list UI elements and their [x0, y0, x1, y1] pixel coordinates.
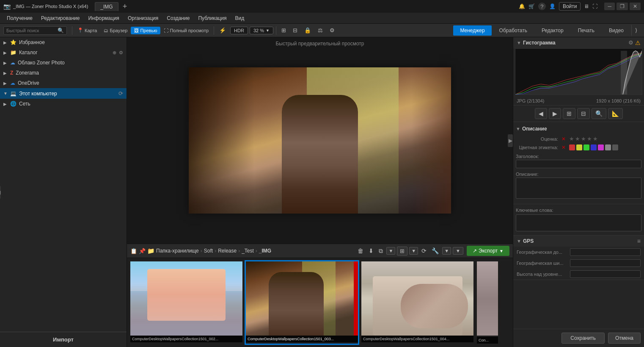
thumbnail-1[interactable]: ComputerDesktopWallpapersCollection1501_…	[130, 261, 242, 344]
menu-organize[interactable]: Организация	[124, 14, 162, 23]
cart-icon[interactable]: 🛒	[528, 3, 535, 9]
sidebar-item-network[interactable]: ▶ 🌐 Сеть	[0, 99, 127, 109]
tab-print[interactable]: Печать	[571, 25, 601, 36]
thumbnail-2[interactable]: ComputerDesktopWallpapersCollection1501_…	[246, 261, 358, 344]
gps-header[interactable]: ▼ GPS ≡	[513, 236, 644, 247]
toolbar-resize-1[interactable]: ⊞	[278, 26, 289, 35]
menu-info[interactable]: Информация	[84, 14, 123, 23]
nav-icon-5[interactable]: 🔍	[592, 108, 606, 119]
zoom-control[interactable]: 32 % ▼	[250, 27, 273, 34]
nav-next-button[interactable]: ▶	[549, 108, 561, 119]
search-input[interactable]	[6, 28, 58, 33]
menu-view[interactable]: Вид	[231, 14, 248, 23]
gps-menu-icon[interactable]: ≡	[637, 238, 641, 244]
description-header[interactable]: ▼ Описание	[516, 125, 641, 134]
collapse-right-panel[interactable]: ▶	[508, 134, 513, 147]
menu-edit[interactable]: Редактирование	[37, 14, 84, 23]
tab-editor[interactable]: Редактор	[535, 25, 570, 36]
title-input[interactable]	[516, 160, 641, 168]
save-button[interactable]: Сохранить	[561, 333, 605, 344]
import-button[interactable]: Импорт	[0, 332, 127, 347]
breadcrumb-item-1[interactable]: Папка-хранилище	[156, 248, 199, 254]
menu-create[interactable]: Создание	[162, 14, 194, 23]
last-icon-btn[interactable]: ⟩	[631, 25, 641, 36]
keywords-input[interactable]	[516, 214, 641, 231]
menu-get[interactable]: Получение	[3, 14, 37, 23]
fullview-button[interactable]: ⛶ Полный просмотр	[160, 27, 212, 34]
restore-button[interactable]: ❐	[616, 3, 628, 10]
histogram-header[interactable]: ▼ Гистограмма ⚙ ⚠	[513, 37, 644, 48]
nav-icon-6[interactable]: 📐	[608, 108, 623, 119]
star-3[interactable]: ★	[581, 136, 586, 142]
sidebar-collapse-left[interactable]: ◀	[0, 186, 1, 199]
toolbar-compare-icon[interactable]: ⚖	[314, 26, 326, 35]
export-button[interactable]: ↗ Экспорт ▼	[467, 246, 509, 256]
nav-icon-4[interactable]: ⊟	[577, 108, 590, 119]
monitor-icon[interactable]: 🖥	[584, 3, 589, 9]
description-input[interactable]	[516, 178, 641, 199]
toolbar-lock-icon[interactable]: 🔒	[301, 26, 314, 35]
star-2[interactable]: ★	[575, 136, 580, 142]
breadcrumb-icon-1[interactable]: 📋	[130, 248, 137, 254]
tab-manager[interactable]: Менеджер	[453, 25, 491, 36]
thumbnail-4[interactable]: Con...	[477, 261, 498, 344]
nav-prev-button[interactable]: ◀	[535, 108, 547, 119]
close-button[interactable]: ✕	[630, 3, 641, 10]
more-options[interactable]: ▼	[453, 247, 463, 255]
view-mode-btn[interactable]: ⊞	[397, 247, 407, 255]
tools-icon[interactable]: 🔧	[430, 247, 440, 255]
color-red[interactable]	[569, 144, 575, 150]
copy-icon[interactable]: ⧉	[377, 247, 385, 255]
active-tab[interactable]: _IMG	[95, 2, 118, 11]
nav-icon-3[interactable]: ⊞	[563, 108, 575, 119]
color-darkgray[interactable]	[612, 144, 618, 150]
dropdown-1[interactable]: ▼	[386, 247, 395, 255]
dropdown-2[interactable]: ▼	[409, 247, 418, 255]
gps-lat-input[interactable]	[570, 248, 641, 256]
breadcrumb-item-3[interactable]: Release	[218, 248, 237, 254]
preview-button[interactable]: 🖼 Превью	[131, 27, 160, 34]
color-green[interactable]	[583, 144, 589, 150]
cancel-button[interactable]: Отмена	[608, 333, 641, 344]
sidebar-item-onedrive[interactable]: ▶ ☁ OneDrive	[0, 78, 127, 88]
star-5[interactable]: ★	[593, 136, 598, 142]
map-button[interactable]: 📍 Карта	[74, 26, 100, 34]
tab-video[interactable]: Видео	[602, 25, 630, 36]
star-4[interactable]: ★	[587, 136, 592, 142]
catalog-gear-icon[interactable]: ⚙	[119, 50, 123, 56]
sidebar-item-favorites[interactable]: ▶ ⭐ Избранное	[0, 37, 127, 47]
color-purple[interactable]	[598, 144, 604, 150]
sidebar-item-thispc[interactable]: ▼ 💻 Этот компьютер ⟳	[0, 88, 127, 99]
thispc-sync-icon[interactable]: ⟳	[118, 90, 123, 97]
breadcrumb-folder-icon[interactable]: 📁	[147, 247, 154, 254]
sidebar-item-zonerama[interactable]: ▶ Z Zonerama	[0, 68, 127, 78]
sidebar-item-cloud[interactable]: ▶ ☁ Облако Zoner Photo	[0, 58, 127, 68]
catalog-copy-icon[interactable]: ⊕	[113, 50, 116, 56]
gps-lon-input[interactable]	[570, 259, 641, 267]
browser-button[interactable]: 🗂 Браузер	[100, 27, 131, 34]
tab-process[interactable]: Обработать	[493, 25, 534, 36]
color-x-icon[interactable]: ✕	[561, 144, 566, 150]
star-1[interactable]: ★	[569, 136, 574, 142]
color-blue[interactable]	[591, 144, 597, 150]
breadcrumb-icon-2[interactable]: 📌	[139, 248, 146, 254]
toolbar-icon-1[interactable]: ⚡	[216, 26, 229, 35]
toolbar-resize-2[interactable]: ⊟	[289, 26, 301, 35]
delete-button[interactable]: 🗑	[356, 247, 365, 255]
breadcrumb-item-5[interactable]: _IMG	[259, 248, 271, 254]
rotate-icon[interactable]: ⟳	[420, 247, 428, 255]
thumbnail-3[interactable]: ComputerDesktopWallpapersCollection1501_…	[361, 261, 473, 344]
rating-x-icon[interactable]: ✕	[561, 136, 566, 142]
hdr-button[interactable]: HDR	[230, 27, 248, 34]
color-yellow[interactable]	[576, 144, 582, 150]
toolbar-gear-icon[interactable]: ⚙	[326, 26, 338, 35]
login-button[interactable]: Войти	[559, 2, 581, 11]
breadcrumb-item-4[interactable]: _Test	[242, 248, 254, 254]
help-icon[interactable]: ?	[538, 3, 546, 10]
menu-publish[interactable]: Публикация	[194, 14, 231, 23]
gps-alt-input[interactable]	[570, 270, 641, 278]
download-icon[interactable]: ⬇	[367, 247, 375, 255]
histogram-settings-icon[interactable]: ⚙	[628, 39, 633, 46]
add-tab-button[interactable]: +	[120, 2, 130, 11]
notification-icon[interactable]: 🔔	[519, 3, 525, 9]
